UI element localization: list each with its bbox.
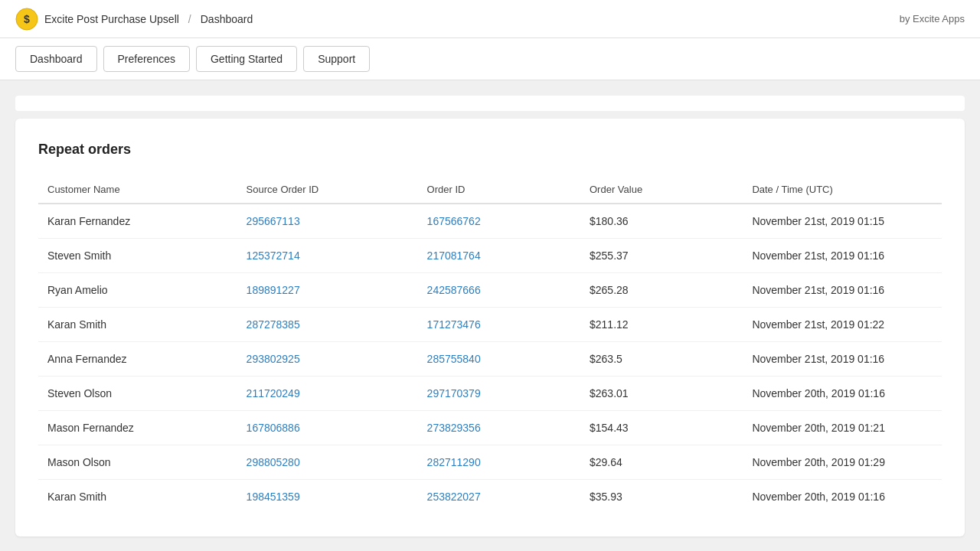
cell-customer-name: Mason Olson	[38, 445, 237, 480]
cell-order-id[interactable]: 253822027	[418, 480, 580, 514]
table-row: Mason Olson298805280282711290$29.64Novem…	[38, 445, 942, 480]
cell-date-time: November 21st, 2019 01:15	[743, 204, 942, 239]
cell-customer-name: Steven Olson	[38, 377, 237, 411]
cell-order-value: $154.43	[580, 411, 743, 445]
table-row: Mason Fernandez167806886273829356$154.43…	[38, 411, 942, 445]
cell-order-id[interactable]: 285755840	[418, 342, 580, 377]
cell-customer-name: Anna Fernandez	[38, 342, 237, 377]
cell-source-order-id[interactable]: 198451359	[237, 480, 418, 514]
col-header-order-id: Order ID	[418, 176, 580, 204]
cell-order-value: $180.36	[580, 204, 743, 239]
cell-customer-name: Karan Smith	[38, 308, 237, 342]
cell-date-time: November 20th, 2019 01:16	[743, 377, 942, 411]
cell-order-id[interactable]: 217081764	[418, 239, 580, 273]
cell-customer-name: Steven Smith	[38, 239, 237, 273]
cell-order-value: $263.5	[580, 342, 743, 377]
cell-source-order-id[interactable]: 125372714	[237, 239, 418, 273]
top-partial-card	[15, 96, 965, 111]
table-body: Karan Fernandez295667113167566762$180.36…	[38, 204, 942, 514]
table-row: Steven Olson211720249297170379$263.01Nov…	[38, 377, 942, 411]
cell-source-order-id[interactable]: 298805280	[237, 445, 418, 480]
cell-source-order-id[interactable]: 287278385	[237, 308, 418, 342]
cell-date-time: November 21st, 2019 01:16	[743, 239, 942, 273]
cell-order-value: $263.01	[580, 377, 743, 411]
table-row: Ryan Amelio189891227242587666$265.28Nove…	[38, 273, 942, 308]
cell-source-order-id[interactable]: 167806886	[237, 411, 418, 445]
cell-order-id[interactable]: 171273476	[418, 308, 580, 342]
nav-button-support[interactable]: Support	[303, 46, 370, 72]
top-bar: $ Excite Post Purchase Upsell / Dashboar…	[0, 0, 980, 38]
cell-source-order-id[interactable]: 189891227	[237, 273, 418, 308]
cell-date-time: November 21st, 2019 01:16	[743, 342, 942, 377]
main-content: Repeat orders Customer Name Source Order…	[0, 80, 980, 551]
cell-customer-name: Mason Fernandez	[38, 411, 237, 445]
table-header: Customer Name Source Order ID Order ID O…	[38, 176, 942, 204]
cell-date-time: November 20th, 2019 01:16	[743, 480, 942, 514]
col-header-order-value: Order Value	[580, 176, 743, 204]
cell-order-value: $255.37	[580, 239, 743, 273]
cell-order-id[interactable]: 297170379	[418, 377, 580, 411]
cell-customer-name: Karan Fernandez	[38, 204, 237, 239]
page-title: Dashboard	[201, 13, 253, 25]
nav-button-getting-started[interactable]: Getting Started	[196, 46, 297, 72]
top-bar-left: $ Excite Post Purchase Upsell / Dashboar…	[15, 8, 253, 31]
table-row: Anna Fernandez293802925285755840$263.5No…	[38, 342, 942, 377]
col-header-customer-name: Customer Name	[38, 176, 237, 204]
table-row: Karan Fernandez295667113167566762$180.36…	[38, 204, 942, 239]
repeat-orders-card: Repeat orders Customer Name Source Order…	[15, 119, 965, 536]
cell-order-id[interactable]: 282711290	[418, 445, 580, 480]
cell-customer-name: Karan Smith	[38, 480, 237, 514]
col-header-source-order-id: Source Order ID	[237, 176, 418, 204]
cell-customer-name: Ryan Amelio	[38, 273, 237, 308]
nav-button-dashboard[interactable]: Dashboard	[15, 46, 97, 72]
cell-order-id[interactable]: 167566762	[418, 204, 580, 239]
nav-button-preferences[interactable]: Preferences	[103, 46, 190, 72]
breadcrumb-separator: /	[188, 13, 191, 25]
cell-order-value: $265.28	[580, 273, 743, 308]
table-row: Steven Smith125372714217081764$255.37Nov…	[38, 239, 942, 273]
by-excite-label: by Excite Apps	[900, 13, 965, 24]
nav-bar: Dashboard Preferences Getting Started Su…	[0, 38, 980, 80]
cell-date-time: November 20th, 2019 01:21	[743, 411, 942, 445]
app-logo-icon: $	[15, 8, 38, 31]
cell-order-id[interactable]: 242587666	[418, 273, 580, 308]
table-row: Karan Smith287278385171273476$211.12Nove…	[38, 308, 942, 342]
col-header-date-time: Date / Time (UTC)	[743, 176, 942, 204]
cell-order-value: $29.64	[580, 445, 743, 480]
svg-text:$: $	[24, 13, 30, 25]
cell-order-value: $35.93	[580, 480, 743, 514]
section-title: Repeat orders	[38, 142, 942, 158]
table-row: Karan Smith198451359253822027$35.93Novem…	[38, 480, 942, 514]
repeat-orders-table: Customer Name Source Order ID Order ID O…	[38, 176, 942, 514]
cell-source-order-id[interactable]: 295667113	[237, 204, 418, 239]
app-name-label: Excite Post Purchase Upsell	[44, 13, 179, 25]
cell-source-order-id[interactable]: 211720249	[237, 377, 418, 411]
cell-date-time: November 20th, 2019 01:29	[743, 445, 942, 480]
cell-date-time: November 21st, 2019 01:22	[743, 308, 942, 342]
cell-order-value: $211.12	[580, 308, 743, 342]
cell-date-time: November 21st, 2019 01:16	[743, 273, 942, 308]
cell-source-order-id[interactable]: 293802925	[237, 342, 418, 377]
cell-order-id[interactable]: 273829356	[418, 411, 580, 445]
